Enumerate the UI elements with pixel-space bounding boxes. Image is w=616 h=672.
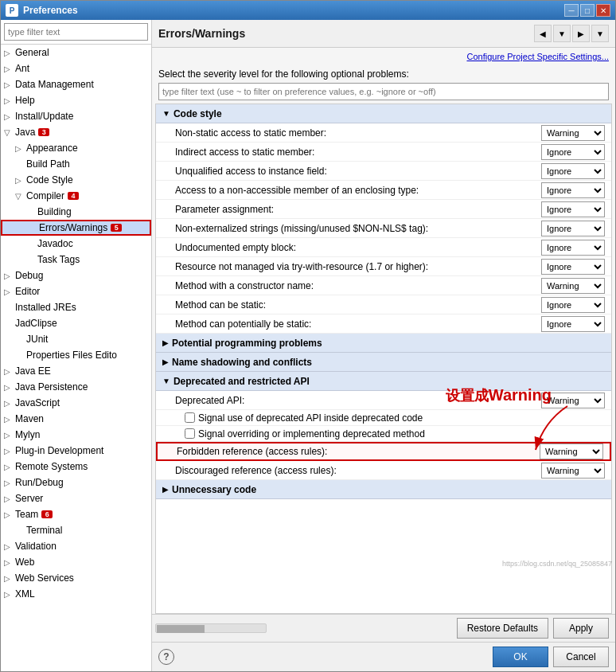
expand-icon-plugin-development[interactable]: ▷ — [4, 447, 15, 455]
expand-icon-java-persistence[interactable]: ▷ — [4, 383, 15, 392]
expand-icon-editor[interactable]: ▷ — [4, 287, 15, 296]
sidebar-item-run-debug[interactable]: ▷Run/Debug — [1, 475, 151, 490]
setting-select-code-style-5[interactable]: ErrorWarningIgnore — [541, 221, 605, 236]
expand-icon-server[interactable]: ▷ — [4, 494, 15, 503]
section-header-code-style[interactable]: ▼Code style — [156, 104, 611, 123]
cancel-button[interactable]: Cancel — [553, 647, 609, 667]
sidebar-item-java-ee[interactable]: ▷Java EE — [1, 363, 151, 379]
sidebar-item-team[interactable]: ▷Team6 — [1, 506, 151, 522]
expand-icon-appearance[interactable]: ▷ — [15, 144, 26, 153]
setting-select-code-style-4[interactable]: ErrorWarningIgnore — [541, 201, 605, 217]
setting-select-code-style-10[interactable]: ErrorWarningIgnore — [541, 316, 605, 332]
checkbox-deprecated-api-0[interactable] — [185, 412, 195, 423]
setting-select-code-style-1[interactable]: ErrorWarningIgnore — [541, 144, 605, 160]
sidebar-item-data-management[interactable]: ▷Data Management — [1, 76, 151, 92]
sidebar-item-web-services[interactable]: ▷Web Services — [1, 570, 151, 586]
scrollbar-thumb[interactable] — [157, 625, 205, 633]
expand-icon-mylyn[interactable]: ▷ — [4, 431, 15, 440]
expand-icon-maven[interactable]: ▷ — [4, 415, 15, 424]
close-button[interactable]: ✕ — [596, 4, 610, 17]
setting-select-code-style-2[interactable]: ErrorWarningIgnore — [541, 163, 605, 179]
sidebar-item-installed-jres[interactable]: Installed JREs — [1, 299, 151, 315]
sidebar-item-validation[interactable]: ▷Validation — [1, 538, 151, 554]
expand-icon-help[interactable]: ▷ — [4, 96, 15, 105]
setting-select-code-style-0[interactable]: ErrorWarningIgnore — [541, 125, 605, 141]
sidebar-item-errors-warnings[interactable]: Errors/Warnings5 — [1, 220, 151, 236]
expand-icon-code-style[interactable]: ▷ — [15, 176, 26, 185]
sidebar-item-code-style[interactable]: ▷Code Style — [1, 172, 151, 188]
expand-icon-java-ee[interactable]: ▷ — [4, 367, 15, 376]
sidebar-item-maven[interactable]: ▷Maven — [1, 411, 151, 427]
sidebar-item-jadclipse[interactable]: JadClipse — [1, 315, 151, 331]
section-header-name-shadowing[interactable]: ▶Name shadowing and conflicts — [156, 353, 611, 372]
checkbox-deprecated-api-1[interactable] — [185, 428, 195, 439]
sidebar-item-compiler[interactable]: ▽Compiler4 — [1, 188, 151, 204]
sidebar-item-server[interactable]: ▷Server — [1, 490, 151, 506]
expand-icon-validation[interactable]: ▷ — [4, 542, 15, 551]
forward-dropdown[interactable]: ▼ — [591, 25, 609, 42]
expand-icon-web[interactable]: ▷ — [4, 558, 15, 567]
setting-select-code-style-9[interactable]: ErrorWarningIgnore — [541, 297, 605, 313]
sidebar-item-building[interactable]: Building — [1, 204, 151, 220]
configure-project-link[interactable]: Configure Project Specific Settings... — [466, 52, 609, 61]
setting-select-code-style-6[interactable]: ErrorWarningIgnore — [541, 240, 605, 256]
sidebar-item-java[interactable]: ▽Java3 — [1, 124, 151, 140]
expand-icon-web-services[interactable]: ▷ — [4, 574, 15, 583]
sidebar-item-install-update[interactable]: ▷Install/Update — [1, 108, 151, 124]
filter-input[interactable] — [158, 83, 609, 100]
section-header-potential-problems[interactable]: ▶Potential programming problems — [156, 334, 611, 353]
setting-select-code-style-3[interactable]: ErrorWarningIgnore — [541, 182, 605, 198]
apply-button[interactable]: Apply — [553, 618, 609, 639]
special-setting-select-deprecated-api-1[interactable]: ErrorWarningIgnore — [541, 463, 605, 479]
maximize-button[interactable]: □ — [580, 4, 595, 17]
expand-icon-xml[interactable]: ▷ — [4, 590, 15, 599]
sidebar-item-appearance[interactable]: ▷Appearance — [1, 140, 151, 156]
restore-defaults-button[interactable]: Restore Defaults — [457, 618, 548, 639]
special-setting-select-deprecated-api-0[interactable]: ErrorWarningIgnore — [540, 443, 603, 459]
setting-label-code-style-8: Method with a constructor name: — [175, 280, 541, 291]
setting-label-code-style-9: Method can be static: — [175, 299, 541, 311]
sidebar-item-junit[interactable]: JUnit — [1, 331, 151, 347]
expand-icon-compiler[interactable]: ▽ — [15, 192, 26, 201]
sidebar-item-debug[interactable]: ▷Debug — [1, 268, 151, 283]
expand-icon-general[interactable]: ▷ — [4, 49, 15, 57]
sidebar-item-task-tags[interactable]: Task Tags — [1, 252, 151, 268]
back-button[interactable]: ◀ — [534, 25, 552, 42]
expand-icon-install-update[interactable]: ▷ — [4, 112, 15, 121]
section-header-deprecated-api[interactable]: ▼Deprecated and restricted API — [156, 372, 611, 391]
sidebar-item-web[interactable]: ▷Web — [1, 554, 151, 570]
sidebar-item-javadoc[interactable]: Javadoc — [1, 236, 151, 252]
setting-select-code-style-8[interactable]: ErrorWarningIgnore — [541, 278, 605, 294]
expand-icon-run-debug[interactable]: ▷ — [4, 479, 15, 487]
setting-select-code-style-7[interactable]: ErrorWarningIgnore — [541, 259, 605, 275]
forward-button[interactable]: ▶ — [572, 25, 590, 42]
nav-dropdown[interactable]: ▼ — [553, 25, 571, 42]
sidebar-item-properties-files[interactable]: Properties Files Edito — [1, 347, 151, 363]
expand-icon-java[interactable]: ▽ — [4, 128, 15, 137]
expand-icon-javascript[interactable]: ▷ — [4, 399, 15, 408]
setting-select-deprecated-api-0[interactable]: ErrorWarningIgnore — [541, 393, 605, 408]
expand-icon-ant[interactable]: ▷ — [4, 64, 15, 73]
sidebar-item-help[interactable]: ▷Help — [1, 92, 151, 108]
minimize-button[interactable]: ─ — [564, 4, 579, 17]
sidebar-search-input[interactable] — [4, 23, 148, 41]
sidebar-item-plugin-development[interactable]: ▷Plug-in Development — [1, 443, 151, 459]
sidebar-item-general[interactable]: ▷General — [1, 45, 151, 61]
expand-icon-team[interactable]: ▷ — [4, 510, 15, 519]
sidebar-item-mylyn[interactable]: ▷Mylyn — [1, 427, 151, 443]
sidebar-item-xml[interactable]: ▷XML — [1, 586, 151, 602]
ok-button[interactable]: OK — [493, 647, 548, 667]
sidebar-item-remote-systems[interactable]: ▷Remote Systems — [1, 459, 151, 475]
sidebar-item-editor[interactable]: ▷Editor — [1, 283, 151, 299]
expand-icon-remote-systems[interactable]: ▷ — [4, 463, 15, 471]
sidebar-item-build-path[interactable]: Build Path — [1, 156, 151, 172]
help-button[interactable]: ? — [158, 649, 174, 665]
section-header-unnecessary-code[interactable]: ▶Unnecessary code — [156, 480, 611, 499]
sidebar-item-terminal[interactable]: Terminal — [1, 522, 151, 538]
expand-icon-data-management[interactable]: ▷ — [4, 80, 15, 89]
expand-icon-debug[interactable]: ▷ — [4, 272, 15, 280]
sidebar-item-ant[interactable]: ▷Ant — [1, 61, 151, 76]
sidebar-item-javascript[interactable]: ▷JavaScript — [1, 395, 151, 411]
scrollbar[interactable] — [155, 623, 267, 633]
sidebar-item-java-persistence[interactable]: ▷Java Persistence — [1, 379, 151, 395]
